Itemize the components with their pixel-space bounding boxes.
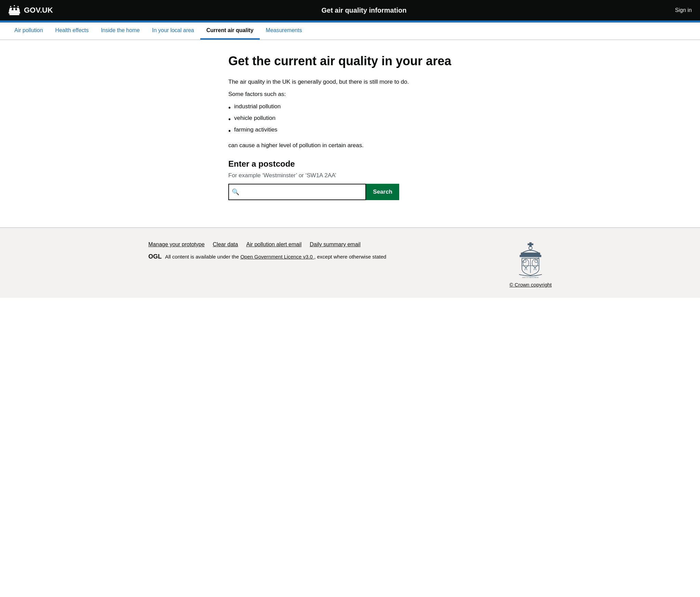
nav-link-air-pollution[interactable]: Air pollution [8, 23, 49, 40]
factors-intro: Some factors such as: [228, 91, 472, 98]
svg-rect-6 [9, 10, 19, 12]
gov-uk-logo[interactable]: GOV.UK [8, 4, 53, 16]
search-button[interactable]: Search [366, 184, 399, 200]
footer-link-manage-prototype[interactable]: Manage your prototype [148, 241, 205, 248]
site-footer: Manage your prototype Clear data Air pol… [0, 227, 700, 298]
primary-nav: Air pollution Health effects Inside the … [0, 23, 700, 40]
footer-link-summary-email[interactable]: Daily summary email [310, 241, 360, 248]
list-item: industrial pollution [228, 102, 472, 113]
main-content: Get the current air quality in your area… [220, 40, 480, 227]
royal-crest-image: DIEU ET MON DROIT [513, 241, 548, 279]
svg-rect-8 [10, 14, 19, 15]
postcode-hint: For example ‘Westminster’ or ‘SW1A 2AA’ [228, 172, 472, 179]
licence-text: All content is available under the Open … [165, 254, 386, 260]
footer-links: Manage your prototype Clear data Air pol… [148, 241, 386, 260]
svg-point-2 [17, 6, 19, 7]
nav-link-current-air-quality[interactable]: Current air quality [200, 23, 260, 40]
svg-point-15 [523, 260, 526, 263]
licence-link[interactable]: Open Government Licence v3.0 [240, 254, 314, 260]
search-form: 🔍 Search [228, 184, 399, 200]
nav-link-measurements[interactable]: Measurements [260, 23, 308, 40]
footer-link-alert-email[interactable]: Air pollution alert email [246, 241, 301, 248]
svg-line-16 [525, 267, 526, 270]
nav-link-health-effects[interactable]: Health effects [49, 23, 95, 40]
crown-copyright-link[interactable]: © Crown copyright [509, 282, 552, 288]
svg-marker-4 [13, 8, 15, 10]
svg-rect-13 [520, 255, 541, 257]
factors-list: industrial pollution vehicle pollution f… [228, 102, 472, 137]
svg-point-19 [535, 260, 538, 263]
svg-marker-5 [16, 8, 20, 10]
svg-marker-3 [9, 8, 12, 10]
crown-icon [8, 4, 21, 16]
search-input-wrapper: 🔍 [228, 184, 366, 200]
ogl-logo: OGL [148, 253, 162, 260]
search-input[interactable] [228, 184, 366, 200]
footer-nav: Manage your prototype Clear data Air pol… [148, 241, 386, 248]
nav-item-current-air-quality[interactable]: Current air quality [200, 23, 260, 40]
svg-point-1 [14, 5, 15, 6]
nav-item-measurements[interactable]: Measurements [260, 23, 308, 40]
svg-rect-7 [9, 12, 20, 14]
svg-line-17 [526, 267, 527, 270]
page-title: Get the current air quality in your area [228, 54, 472, 68]
svg-rect-10 [528, 244, 534, 245]
site-header: GOV.UK Get air quality information Sign … [0, 0, 700, 20]
footer-licence: OGL All content is available under the O… [148, 253, 386, 260]
logo-text: GOV.UK [24, 6, 53, 15]
footer-inner: Manage your prototype Clear data Air pol… [148, 241, 552, 288]
footer-crest: DIEU ET MON DROIT © Crown copyright [509, 241, 552, 288]
nav-link-local-area[interactable]: In your local area [146, 23, 200, 40]
svg-text:DIEU ET MON DROIT: DIEU ET MON DROIT [522, 277, 539, 279]
list-item: farming activities [228, 125, 472, 137]
svg-line-20 [534, 267, 535, 270]
svg-point-0 [10, 6, 11, 7]
nav-item-health-effects[interactable]: Health effects [49, 23, 95, 40]
nav-list: Air pollution Health effects Inside the … [8, 23, 692, 40]
nav-item-air-pollution[interactable]: Air pollution [8, 23, 49, 40]
cause-paragraph: can cause a higher level of pollution in… [228, 142, 472, 149]
nav-item-inside-home[interactable]: Inside the home [95, 23, 146, 40]
svg-line-21 [535, 267, 536, 270]
svg-line-22 [537, 258, 539, 260]
header-title: Get air quality information [53, 6, 675, 14]
nav-item-local-area[interactable]: In your local area [146, 23, 200, 40]
footer-link-clear-data[interactable]: Clear data [213, 241, 238, 248]
signin-link[interactable]: Sign in [675, 7, 692, 13]
nav-link-inside-home[interactable]: Inside the home [95, 23, 146, 40]
list-item: vehicle pollution [228, 113, 472, 125]
intro-paragraph: The air quality in the UK is generally g… [228, 79, 472, 85]
postcode-heading: Enter a postcode [228, 159, 472, 169]
